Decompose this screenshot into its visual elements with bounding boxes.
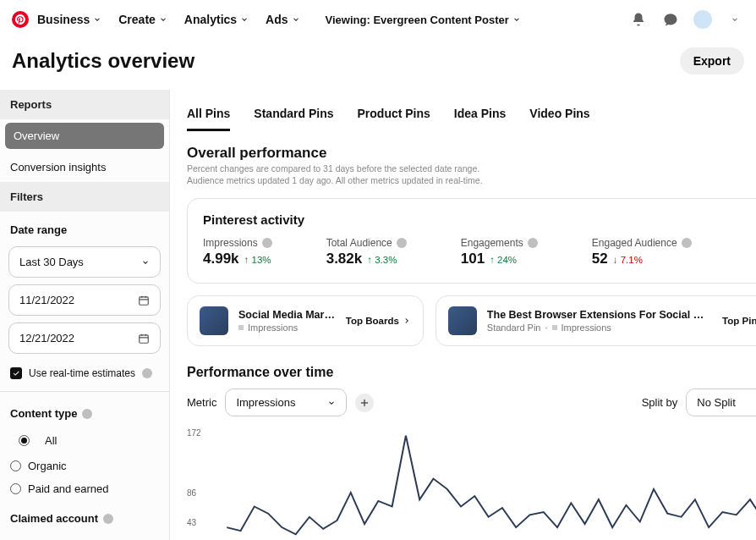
date-from-input[interactable]: 11/21/2022 [8, 284, 161, 316]
topbar: Business Create Analytics Ads Viewing: E… [0, 0, 756, 39]
radio-icon [10, 483, 21, 494]
top-pins-link[interactable]: Top Pins [722, 316, 756, 326]
metric-delta: ↑ 3.3% [367, 255, 397, 265]
avatar[interactable] [693, 10, 712, 29]
tab-idea-pins[interactable]: Idea Pins [454, 102, 506, 131]
export-button[interactable]: Export [680, 47, 744, 74]
metric-delta: ↑ 24% [490, 255, 517, 265]
tabs: All Pins Standard Pins Product Pins Idea… [187, 102, 756, 131]
chevron-down-icon [240, 15, 249, 24]
sidebar: Reports Overview Conversion insights Fil… [0, 90, 170, 540]
y-tick: 172 [187, 427, 201, 437]
bell-icon[interactable] [629, 10, 648, 29]
nav-ads[interactable]: Ads [266, 13, 299, 26]
nav-create[interactable]: Create [118, 13, 167, 26]
activity-title: Pinterest activity [203, 212, 756, 227]
metric-delta: ↓ 7.1% [613, 255, 643, 265]
metric-block[interactable]: Total Audience 3.82k↑ 3.3% [326, 237, 407, 267]
metric-block[interactable]: Impressions 4.99k↑ 13% [203, 237, 272, 267]
tab-product-pins[interactable]: Product Pins [358, 102, 430, 131]
radio-selected-icon [19, 435, 30, 446]
tab-all-pins[interactable]: All Pins [187, 102, 230, 131]
nav-business[interactable]: Business [37, 13, 101, 26]
metric-block[interactable]: Engagements 101↑ 24% [461, 237, 538, 267]
svg-rect-0 [140, 296, 149, 304]
split-label: Split by [642, 396, 678, 409]
radio-ct-organic[interactable]: Organic [0, 455, 169, 477]
viewing-value: Evergreen Content Poster [373, 14, 508, 26]
calendar-icon [138, 333, 150, 344]
overall-perf-title: Overall performance [187, 145, 756, 162]
top-pin-sub: Standard Pin·Impressions [487, 322, 712, 333]
info-icon [82, 409, 92, 419]
metric-label: Metric [187, 396, 216, 409]
date-to-input[interactable]: 12/21/2022 [8, 322, 161, 354]
info-icon [397, 238, 407, 248]
chevron-right-icon [403, 317, 411, 325]
info-icon [682, 238, 692, 248]
perf-controls: Metric Impressions Split by No Split [187, 388, 756, 416]
tab-video-pins[interactable]: Video Pins [529, 102, 589, 131]
top-board-title: Social Media Marketing [238, 309, 336, 321]
info-icon [103, 514, 113, 524]
perf-chart: 17243869 Nov 20Nov 24Nov 28Dec 2Dec 6Dec… [187, 427, 756, 540]
titlebar: Analytics overview Export [0, 39, 756, 90]
overall-perf-subtitle: Percent changes are compared to 31 days … [187, 163, 491, 186]
realtime-checkbox-row[interactable]: Use real-time estimates [0, 357, 169, 391]
sidebar-item-conversion[interactable]: Conversion insights [0, 152, 169, 182]
divider [0, 391, 169, 392]
metric-select[interactable]: Impressions [225, 388, 347, 416]
metric-block[interactable]: Engaged Audience 52↓ 7.1% [592, 237, 692, 267]
radio-ct-paid[interactable]: Paid and earned [0, 477, 169, 500]
sidebar-reports-header: Reports [0, 90, 169, 119]
y-tick: 86 [187, 488, 196, 497]
realtime-label: Use real-time estimates [29, 367, 135, 379]
main: All Pins Standard Pins Product Pins Idea… [170, 90, 756, 540]
calendar-icon [138, 295, 150, 306]
info-icon [528, 238, 538, 248]
sidebar-filters-header: Filters [0, 182, 169, 212]
chat-icon[interactable] [661, 10, 680, 29]
chevron-down-icon [93, 15, 101, 24]
info-icon [142, 368, 152, 378]
y-tick: 43 [187, 517, 196, 526]
sidebar-item-overview[interactable]: Overview [5, 123, 164, 149]
metric-label: Engagements [461, 237, 538, 249]
square-icon [552, 325, 557, 330]
checkbox-checked-icon [10, 367, 22, 379]
top-pin-card[interactable]: The Best Browser Extensions For Social M… [436, 295, 756, 346]
nav-analytics[interactable]: Analytics [184, 13, 249, 26]
metrics-row: Impressions 4.99k↑ 13%Total Audience 3.8… [203, 237, 756, 267]
activity-card: Pinterest activity Impressions 4.99k↑ 13… [187, 198, 756, 284]
chart-y-axis: 17243869 [187, 427, 214, 540]
chevron-down-icon [327, 399, 336, 407]
chevron-down-icon [292, 15, 300, 24]
pinterest-logo [12, 11, 29, 28]
add-metric-button[interactable] [355, 394, 374, 412]
top-board-sub: Impressions [238, 322, 336, 333]
radio-ca-all[interactable]: All Pins [0, 532, 169, 540]
metric-label: Engaged Audience [592, 237, 692, 249]
metric-label: Impressions [203, 237, 272, 249]
metric-value: 4.99k [203, 251, 239, 267]
perf-over-time-title: Performance over time [187, 365, 756, 380]
board-thumbnail [200, 306, 228, 335]
top-pin-title: The Best Browser Extensions For Social M… [487, 309, 712, 321]
chevron-down-icon [141, 258, 150, 267]
plus-icon [359, 398, 370, 408]
info-icon [262, 238, 272, 248]
date-range-label: Date range [0, 212, 169, 243]
date-range-select[interactable]: Last 30 Days [8, 246, 161, 278]
metric-label: Total Audience [326, 237, 407, 249]
chart-plot-area [217, 430, 756, 540]
top-board-card[interactable]: Social Media Marketing Impressions Top B… [187, 295, 424, 346]
tab-standard-pins[interactable]: Standard Pins [254, 102, 333, 131]
viewing-prefix: Viewing: [326, 14, 370, 26]
account-chevron[interactable] [726, 10, 744, 29]
viewing-selector[interactable]: Viewing: Evergreen Content Poster [326, 14, 521, 26]
split-select[interactable]: No Split [686, 388, 756, 416]
radio-ct-all[interactable]: All [0, 427, 169, 455]
top-boards-link[interactable]: Top Boards [346, 316, 411, 326]
claimed-account-header: Claimed account [0, 500, 169, 532]
chevron-down-icon [159, 15, 167, 24]
